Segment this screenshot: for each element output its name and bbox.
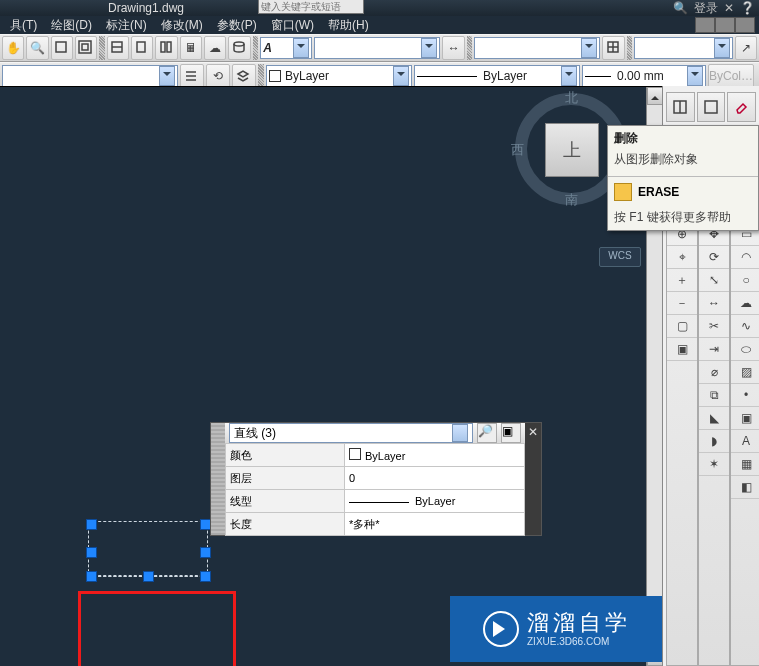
layer-combo[interactable]: [2, 65, 178, 87]
zoom-extents-icon[interactable]: ▣: [667, 338, 697, 361]
text-icon[interactable]: A: [731, 430, 759, 453]
pan-icon[interactable]: ✋: [2, 36, 24, 60]
mdi-close-button[interactable]: [735, 17, 755, 33]
viewport-config-icon[interactable]: [666, 92, 695, 122]
layer-states-icon[interactable]: [180, 64, 204, 88]
dimstyle-combo[interactable]: [314, 37, 440, 59]
menu-modify[interactable]: 修改(M): [155, 16, 209, 34]
chevron-down-icon[interactable]: [452, 424, 468, 442]
palette-autohide-button[interactable]: [526, 443, 540, 457]
mdi-minimize-button[interactable]: [695, 17, 715, 33]
toolpalettes-icon[interactable]: [155, 36, 177, 60]
chevron-down-icon[interactable]: [159, 66, 175, 86]
chamfer-icon[interactable]: ◣: [699, 407, 729, 430]
block-icon[interactable]: ▣: [731, 407, 759, 430]
sheetset-icon[interactable]: [131, 36, 153, 60]
grip[interactable]: [86, 547, 97, 558]
grip[interactable]: [86, 571, 97, 582]
chevron-down-icon[interactable]: [421, 38, 437, 58]
chevron-down-icon[interactable]: [561, 66, 577, 86]
extend-icon[interactable]: ⇥: [699, 338, 729, 361]
mleaderstyle-combo[interactable]: [634, 37, 732, 59]
ellipse-icon[interactable]: ⬭: [731, 338, 759, 361]
mdi-restore-button[interactable]: [715, 17, 735, 33]
layermgr-icon[interactable]: [232, 64, 256, 88]
menu-tools[interactable]: 具(T): [4, 16, 43, 34]
trim-icon[interactable]: ✂: [699, 315, 729, 338]
layer-prev-icon[interactable]: ⟲: [206, 64, 230, 88]
revcloud-icon[interactable]: ☁: [731, 292, 759, 315]
mleader-icon[interactable]: ↗: [735, 36, 757, 60]
lineweight-combo[interactable]: 0.00 mm: [582, 65, 706, 87]
palette-grip[interactable]: [211, 423, 225, 535]
properties-palette[interactable]: 直线 (3) 🔎 ▣ 颜色ByLayer 图层0 线型ByLayer 长度*多种…: [210, 422, 542, 536]
dbconnect-icon[interactable]: [228, 36, 250, 60]
login-link[interactable]: 登录: [694, 0, 718, 17]
explode-icon[interactable]: ✶: [699, 453, 729, 476]
prop-value[interactable]: *多种*: [345, 513, 525, 536]
search-icon[interactable]: 🔍: [673, 1, 688, 15]
textstyle-combo[interactable]: A: [260, 37, 312, 59]
pickadd-icon[interactable]: ▣: [501, 423, 521, 443]
properties-icon[interactable]: [107, 36, 129, 60]
scale-icon[interactable]: ⤡: [699, 269, 729, 292]
tablestyle-combo[interactable]: [474, 37, 600, 59]
grip[interactable]: [200, 547, 211, 558]
zoom-object-icon[interactable]: ⌖: [667, 246, 697, 269]
color-combo[interactable]: ByLayer: [266, 65, 412, 87]
bycolor-button[interactable]: ByCol…: [708, 64, 754, 88]
zoom-all-icon[interactable]: ▢: [667, 315, 697, 338]
arc-icon[interactable]: ◠: [731, 246, 759, 269]
fillet-icon[interactable]: ◗: [699, 430, 729, 453]
join-icon[interactable]: ⧉: [699, 384, 729, 407]
dim-icon[interactable]: ↔: [442, 36, 464, 60]
viewcube-top-face[interactable]: 上: [545, 123, 599, 177]
viewport-icon[interactable]: [697, 92, 726, 122]
zoom-window-icon[interactable]: [51, 36, 73, 60]
exchange-icon[interactable]: ✕: [724, 1, 734, 15]
quickselect-icon[interactable]: 🔎: [477, 423, 497, 443]
zoom-icon[interactable]: 🔍: [26, 36, 48, 60]
prop-value[interactable]: ByLayer: [345, 444, 525, 467]
table-row: 颜色ByLayer: [226, 444, 525, 467]
rotate-icon[interactable]: ⟳: [699, 246, 729, 269]
break-icon[interactable]: ⌀: [699, 361, 729, 384]
chevron-down-icon[interactable]: [293, 38, 309, 58]
grip[interactable]: [86, 519, 97, 530]
erase-button[interactable]: [727, 92, 756, 122]
menu-window[interactable]: 窗口(W): [265, 16, 320, 34]
chevron-down-icon[interactable]: [687, 66, 703, 86]
calc-icon[interactable]: 🖩: [180, 36, 202, 60]
help-icon[interactable]: ❔: [740, 1, 755, 15]
zoom-out-icon[interactable]: －: [667, 292, 697, 315]
menu-param[interactable]: 参数(P): [211, 16, 263, 34]
hatch-icon[interactable]: ▨: [731, 361, 759, 384]
region-icon[interactable]: ◧: [731, 476, 759, 499]
grip[interactable]: [143, 571, 154, 582]
prop-value[interactable]: 0: [345, 467, 525, 490]
zoom-extents-icon[interactable]: [75, 36, 97, 60]
point-icon[interactable]: •: [731, 384, 759, 407]
chevron-down-icon[interactable]: [714, 38, 730, 58]
circle-icon[interactable]: ○: [731, 269, 759, 292]
linetype-combo[interactable]: ByLayer: [414, 65, 580, 87]
scroll-up-button[interactable]: [647, 87, 663, 105]
markup-icon[interactable]: ☁: [204, 36, 226, 60]
selection-type-combo[interactable]: 直线 (3): [229, 423, 473, 443]
search-input[interactable]: [258, 0, 364, 14]
grip[interactable]: [200, 571, 211, 582]
wcs-badge[interactable]: WCS: [599, 247, 641, 267]
menu-dimension[interactable]: 标注(N): [100, 16, 153, 34]
chevron-down-icon[interactable]: [581, 38, 597, 58]
palette-close-button[interactable]: ✕: [526, 425, 540, 439]
spline-icon[interactable]: ∿: [731, 315, 759, 338]
menu-help[interactable]: 帮助(H): [322, 16, 375, 34]
prop-value[interactable]: ByLayer: [345, 490, 525, 513]
menu-draw[interactable]: 绘图(D): [45, 16, 98, 34]
tooltip-description: 从图形删除对象: [608, 151, 758, 174]
table-icon[interactable]: [602, 36, 624, 60]
zoom-in-icon[interactable]: ＋: [667, 269, 697, 292]
chevron-down-icon[interactable]: [393, 66, 409, 86]
table-icon[interactable]: ▦: [731, 453, 759, 476]
stretch-icon[interactable]: ↔: [699, 292, 729, 315]
